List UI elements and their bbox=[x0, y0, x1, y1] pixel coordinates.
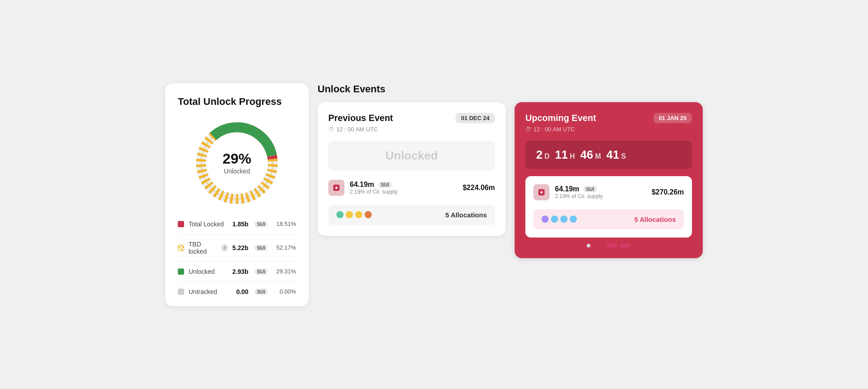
up-amount-row: 64.19m SUI bbox=[555, 185, 646, 193]
donut-wrapper: 29% Unlocked bbox=[178, 118, 296, 208]
prev-dot-2 bbox=[346, 211, 353, 218]
prev-dot-4 bbox=[365, 211, 372, 218]
up-event-header: Upcoming Event 01 JAN 25 bbox=[525, 113, 692, 123]
previous-event-card: Previous Event 01 DEC 24 ⏱ 12 : 00 AM UT… bbox=[318, 102, 506, 236]
upcoming-inner-card: 64.19m SUI 2.19% of Cir. supply $270.26m bbox=[525, 176, 692, 238]
untracked-pct: 0.00% bbox=[274, 288, 296, 295]
up-dot-2 bbox=[551, 216, 558, 223]
total-locked-value: 1.85b bbox=[232, 220, 249, 228]
stat-unlocked: Unlocked 2.93b SUI 29.31% bbox=[178, 268, 296, 275]
upcoming-event-card: Upcoming Event 01 JAN 25 ⏱ 12 : 00 AM UT… bbox=[515, 102, 703, 258]
tbd-locked-pct: 52.17% bbox=[274, 244, 296, 251]
prev-status-text: Unlocked bbox=[385, 149, 438, 162]
up-allocations-row[interactable]: 5 Allocations bbox=[533, 209, 684, 229]
prev-event-date: 01 DEC 24 bbox=[455, 113, 495, 123]
divider-3 bbox=[178, 281, 296, 282]
prev-dot-3 bbox=[355, 211, 362, 218]
up-token-amount: 64.19m bbox=[555, 185, 579, 193]
tbd-info-icon[interactable]: i bbox=[221, 244, 228, 251]
unlocked-pct: 29.31% bbox=[274, 268, 296, 275]
up-token-symbol: SUI bbox=[584, 186, 596, 192]
up-token-row: 64.19m SUI 2.19% of Cir. supply $270.26m bbox=[533, 184, 684, 200]
prev-token-amount: 64.19m bbox=[350, 181, 374, 189]
donut-chart: 29% Unlocked bbox=[192, 118, 282, 208]
prev-allocation-dots bbox=[336, 211, 372, 218]
prev-allocations-label: 5 Allocations bbox=[445, 211, 487, 219]
donut-percentage: 29% bbox=[223, 151, 251, 166]
prev-event-header: Previous Event 01 DEC 24 bbox=[328, 113, 495, 123]
stat-total-locked: Total Locked 1.85b SUI 18.51% bbox=[178, 220, 296, 228]
events-row: Previous Event 01 DEC 24 ⏱ 12 : 00 AM UT… bbox=[318, 102, 703, 258]
tbd-locked-sui: SUI bbox=[255, 245, 267, 251]
tbd-locked-value: 5.22b bbox=[232, 244, 249, 251]
tbd-locked-color bbox=[178, 245, 184, 251]
countdown-box: 2 D 11 H 46 M 41 S bbox=[525, 141, 692, 169]
unlock-events-section: Unlock Events Previous Event 01 DEC 24 ⏱… bbox=[318, 83, 703, 258]
scroll-dot-4[interactable] bbox=[620, 244, 631, 247]
untracked-sui: SUI bbox=[255, 289, 267, 295]
up-allocations-label: 5 Allocations bbox=[634, 216, 676, 223]
countdown-seconds-unit: S bbox=[621, 152, 626, 160]
up-clock-icon: ⏱ bbox=[525, 126, 531, 133]
unlocked-label: Unlocked bbox=[189, 268, 228, 275]
up-dot-4 bbox=[570, 216, 577, 223]
up-dot-3 bbox=[560, 216, 567, 223]
prev-unlocked-box: Unlocked bbox=[328, 141, 495, 171]
prev-token-usd: $224.06m bbox=[463, 184, 495, 192]
prev-dot-1 bbox=[336, 211, 344, 218]
prev-token-info: 64.19m SUI 2.19% of Cir. supply bbox=[350, 181, 457, 195]
unlocked-color bbox=[178, 268, 184, 275]
countdown-hours: 11 bbox=[555, 148, 568, 162]
up-event-title: Upcoming Event bbox=[525, 113, 596, 123]
countdown-minutes-unit: M bbox=[595, 152, 601, 160]
unlocked-sui: SUI bbox=[255, 268, 267, 275]
countdown-days-unit: D bbox=[544, 152, 550, 160]
up-token-usd: $270.26m bbox=[652, 188, 684, 196]
up-token-supply: 2.19% of Cir. supply bbox=[555, 193, 646, 199]
main-container: Total Unlock Progress bbox=[165, 83, 703, 306]
total-locked-sui: SUI bbox=[255, 221, 267, 227]
untracked-color bbox=[178, 289, 184, 295]
unlocked-value: 2.93b bbox=[232, 268, 249, 275]
divider-2 bbox=[178, 261, 296, 262]
stat-tbd-locked: TBD locked i 5.22b SUI 52.17% bbox=[178, 241, 296, 255]
total-locked-color bbox=[178, 221, 184, 227]
total-locked-label: Total Locked bbox=[189, 220, 228, 228]
donut-label: Unlocked bbox=[223, 168, 251, 175]
prev-token-supply: 2.19% of Cir. supply bbox=[350, 189, 457, 195]
untracked-value: 0.00 bbox=[236, 288, 248, 295]
prev-allocations-row[interactable]: 5 Allocations bbox=[328, 205, 495, 225]
countdown-days: 2 bbox=[536, 148, 542, 162]
total-unlock-progress-card: Total Unlock Progress bbox=[165, 83, 309, 306]
up-dot-1 bbox=[541, 216, 549, 223]
countdown-hours-unit: H bbox=[570, 152, 575, 160]
scroll-dot-2[interactable] bbox=[593, 244, 604, 247]
up-allocation-dots bbox=[541, 216, 577, 223]
stats-list: Total Locked 1.85b SUI 18.51% TBD locked… bbox=[178, 220, 296, 295]
countdown-minutes: 46 bbox=[580, 148, 593, 162]
prev-token-icon bbox=[328, 180, 344, 196]
scroll-dots bbox=[525, 244, 692, 247]
tbd-locked-label: TBD locked i bbox=[189, 241, 228, 255]
up-event-time: ⏱ 12 : 00 AM UTC bbox=[525, 126, 692, 133]
prev-amount-row: 64.19m SUI bbox=[350, 181, 457, 189]
unlock-events-title: Unlock Events bbox=[318, 83, 703, 95]
prev-token-row: 64.19m SUI 2.19% of Cir. supply $224.06m bbox=[328, 180, 495, 196]
divider-1 bbox=[178, 234, 296, 234]
prev-event-title: Previous Event bbox=[328, 113, 393, 123]
up-token-icon bbox=[533, 184, 550, 200]
untracked-label: Untracked bbox=[189, 288, 232, 295]
left-card-title: Total Unlock Progress bbox=[178, 96, 296, 108]
prev-clock-icon: ⏱ bbox=[328, 126, 334, 133]
donut-center: 29% Unlocked bbox=[223, 151, 251, 175]
scroll-dot-1[interactable] bbox=[587, 244, 590, 247]
countdown-seconds: 41 bbox=[606, 148, 619, 162]
stat-untracked: Untracked 0.00 SUI 0.00% bbox=[178, 288, 296, 295]
scroll-dot-3[interactable] bbox=[606, 244, 617, 247]
up-event-date: 01 JAN 25 bbox=[653, 113, 692, 123]
prev-token-symbol: SUI bbox=[378, 182, 391, 188]
up-token-info: 64.19m SUI 2.19% of Cir. supply bbox=[555, 185, 646, 199]
total-locked-pct: 18.51% bbox=[274, 220, 296, 227]
prev-event-time: ⏱ 12 : 00 AM UTC bbox=[328, 126, 495, 133]
